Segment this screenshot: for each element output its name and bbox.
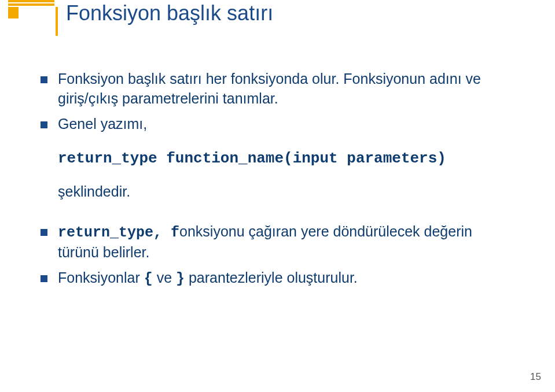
bullet-text: Genel yazımı, [58,114,515,134]
bullet-icon [41,229,47,236]
bullet-text: return_type, fonksiyonu çağıran yere dön… [58,222,515,262]
text-frag: ve [153,269,176,286]
text-frag: Fonksiyonlar [58,269,144,286]
page-number: 15 [530,371,541,383]
indent-line: şeklindedir. [58,183,515,200]
bullet-icon [41,76,47,83]
code-line: return_type function_name(input paramete… [58,150,515,167]
bullet-item-3: return_type, fonksiyonu çağıran yere dön… [41,222,515,262]
bullet-item-2: Genel yazımı, [41,114,515,134]
bullet-text: Fonksiyon başlık satırı her fonksiyonda … [58,69,515,109]
inline-code: return_type, f [58,224,179,241]
ornament-line-1 [8,0,54,2]
inline-code: } [176,271,185,287]
ornament [8,0,54,19]
text-frag: parantezleriyle oluşturulur. [185,269,358,286]
bullet-icon [41,275,47,282]
ornament-square [8,7,19,19]
slide-body: Fonksiyon başlık satırı her fonksiyonda … [41,69,515,295]
ornament-line-2 [8,3,54,6]
bullet-icon [41,121,47,128]
slide-title: Fonksiyon başlık satırı [66,1,273,25]
bullet-item-4: Fonksiyonlar { ve } parantezleriyle oluş… [41,268,515,289]
inline-code: { [144,271,153,287]
title-ornament-block: Fonksiyon başlık satırı [8,0,54,19]
ornament-vertical [56,7,58,36]
bullet-item-1: Fonksiyon başlık satırı her fonksiyonda … [41,69,515,109]
bullet-text: Fonksiyonlar { ve } parantezleriyle oluş… [58,268,515,289]
